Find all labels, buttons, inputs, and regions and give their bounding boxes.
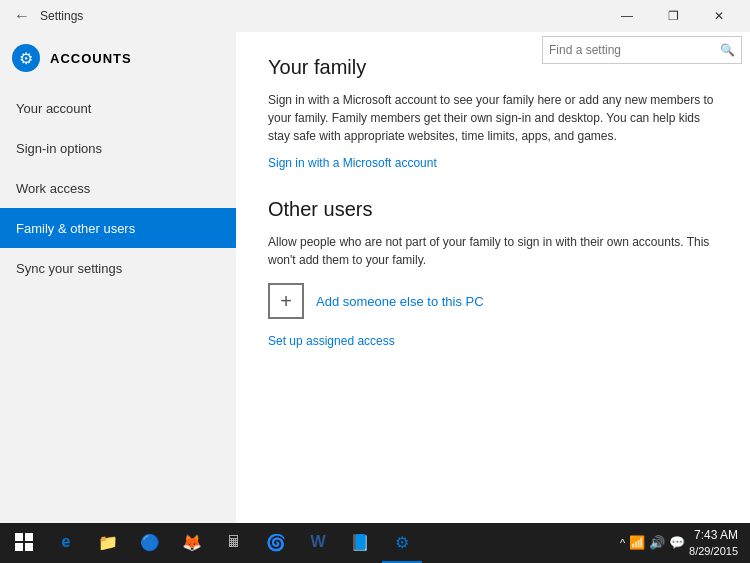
window-controls: — ❐ ✕ <box>604 0 742 32</box>
sidebar-item-sign-in-options[interactable]: Sign-in options <box>0 128 236 168</box>
setup-assigned-access-link[interactable]: Set up assigned access <box>268 334 395 348</box>
window-title: Settings <box>40 9 83 23</box>
chrome-icon: 🔵 <box>140 533 160 552</box>
tray-time: 7:43 AM <box>694 528 738 544</box>
taskbar-calculator-icon[interactable]: 🖩 <box>214 523 254 563</box>
taskbar-chrome-icon[interactable]: 🔵 <box>130 523 170 563</box>
taskbar-settings-icon[interactable]: ⚙ <box>382 523 422 563</box>
tray-wifi-icon: 📶 <box>629 535 645 550</box>
tray-expand-icon[interactable]: ^ <box>620 537 625 549</box>
add-user-button[interactable]: + Add someone else to this PC <box>268 283 718 319</box>
start-button[interactable] <box>4 523 44 563</box>
settings-search-box[interactable]: 🔍 <box>542 36 742 64</box>
sidebar-item-sync-settings[interactable]: Sync your settings <box>0 248 236 288</box>
tray-message-icon: 💬 <box>669 535 685 550</box>
sidebar-title: ACCOUNTS <box>50 51 132 66</box>
search-icon: 🔍 <box>720 43 735 57</box>
tray-date: 8/29/2015 <box>689 544 738 558</box>
windows-logo-icon <box>15 533 33 551</box>
other-users-title: Other users <box>268 198 718 221</box>
calculator-icon: 🖩 <box>226 533 242 551</box>
minimize-button[interactable]: — <box>604 0 650 32</box>
taskbar-app6-icon[interactable]: 🌀 <box>256 523 296 563</box>
edge-icon: e <box>62 533 71 551</box>
main-content: Your family Sign in with a Microsoft acc… <box>236 32 750 523</box>
add-plus-icon: + <box>268 283 304 319</box>
settings-gear-icon: ⚙ <box>395 533 409 552</box>
your-family-section: Your family Sign in with a Microsoft acc… <box>268 56 718 170</box>
back-button[interactable]: ← <box>8 2 36 30</box>
taskbar-file-explorer-icon[interactable]: 📁 <box>88 523 128 563</box>
other-users-section: Other users Allow people who are not par… <box>268 198 718 348</box>
word-icon: W <box>310 533 325 551</box>
app6-icon: 🌀 <box>266 533 286 552</box>
settings-search-input[interactable] <box>549 43 720 57</box>
taskbar: e 📁 🔵 🦊 🖩 🌀 W 📘 ⚙ ^ 📶 🔊 <box>0 523 750 563</box>
taskbar-word-icon[interactable]: W <box>298 523 338 563</box>
sidebar-item-your-account[interactable]: Your account <box>0 88 236 128</box>
close-button[interactable]: ✕ <box>696 0 742 32</box>
sidebar-item-family-other-users[interactable]: Family & other users <box>0 208 236 248</box>
taskbar-app8-icon[interactable]: 📘 <box>340 523 380 563</box>
accounts-icon: ⚙ <box>12 44 40 72</box>
tray-clock[interactable]: 7:43 AM 8/29/2015 <box>689 528 738 558</box>
sidebar: ⚙ ACCOUNTS Your account Sign-in options … <box>0 32 236 523</box>
your-family-body: Sign in with a Microsoft account to see … <box>268 91 718 145</box>
sidebar-header: ⚙ ACCOUNTS <box>0 36 236 88</box>
microsoft-account-link[interactable]: Sign in with a Microsoft account <box>268 156 437 170</box>
app-body: ⚙ ACCOUNTS Your account Sign-in options … <box>0 32 750 523</box>
title-bar: ← Settings — ❐ ✕ <box>0 0 750 32</box>
other-users-body: Allow people who are not part of your fa… <box>268 233 718 269</box>
app8-icon: 📘 <box>350 533 370 552</box>
taskbar-firefox-icon[interactable]: 🦊 <box>172 523 212 563</box>
tray-sound-icon: 🔊 <box>649 535 665 550</box>
taskbar-edge-icon[interactable]: e <box>46 523 86 563</box>
restore-button[interactable]: ❐ <box>650 0 696 32</box>
sidebar-item-work-access[interactable]: Work access <box>0 168 236 208</box>
add-user-label: Add someone else to this PC <box>316 294 484 309</box>
firefox-icon: 🦊 <box>182 533 202 552</box>
folder-icon: 📁 <box>98 533 118 552</box>
system-tray: ^ 📶 🔊 💬 7:43 AM 8/29/2015 <box>620 528 746 558</box>
